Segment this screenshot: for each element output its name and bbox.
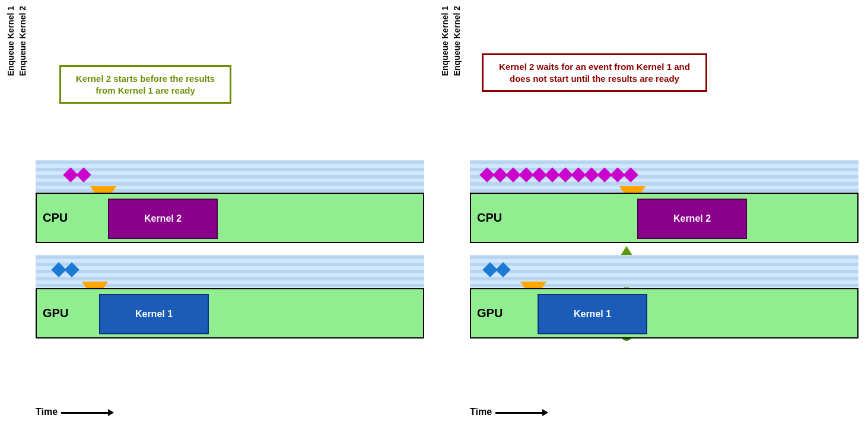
- enqueue-kernel1-label-left: Enqueue Kernel 1: [6, 6, 15, 76]
- cpu-row-right: CPU Kernel 2: [470, 193, 859, 243]
- diamond-purple-2: [76, 167, 91, 182]
- left-diagram: Enqueue Kernel 1 Enqueue Kernel 2 Kernel…: [0, 0, 434, 428]
- enqueue-kernel2-label-right: Enqueue Kernel 2: [452, 6, 462, 76]
- gpu-diamonds-right: [470, 255, 859, 275]
- enqueue-kernel1-label-right: Enqueue Kernel 1: [440, 6, 450, 76]
- r-bd2: [495, 262, 510, 277]
- cpu-label-right: CPU: [471, 211, 507, 225]
- kernel1-block-left: Kernel 1: [99, 294, 209, 334]
- kernel2-block-right: Kernel 2: [637, 199, 747, 239]
- kernel2-block-left: Kernel 2: [108, 199, 218, 239]
- gpu-label-left: GPU: [37, 306, 72, 320]
- enqueue-kernel2-label-left: Enqueue Kernel 2: [18, 6, 27, 76]
- cpu-diamonds-left: [36, 160, 424, 180]
- callout-right: Kernel 2 waits for an event from Kernel …: [482, 53, 707, 92]
- kernel1-block-right: Kernel 1: [538, 294, 647, 334]
- vertical-labels-right: Enqueue Kernel 1 Enqueue Kernel 2: [440, 6, 462, 76]
- gpu-diamonds-left: [36, 255, 424, 275]
- time-label-left: Time: [36, 407, 109, 417]
- cpu-row-left: CPU Kernel 2: [36, 193, 424, 243]
- right-diagram: Enqueue Kernel 1 Enqueue Kernel 2 Kernel…: [434, 0, 868, 428]
- cpu-queue-band-right: [470, 160, 859, 193]
- gpu-row-left: GPU Kernel 1: [36, 288, 424, 338]
- cpu-diamonds-right: [470, 160, 859, 180]
- vertical-labels-left: Enqueue Kernel 1 Enqueue Kernel 2: [6, 6, 27, 76]
- cpu-label-left: CPU: [37, 211, 72, 225]
- diamond-blue-2: [64, 262, 79, 277]
- gpu-row-right: GPU Kernel 1: [470, 288, 859, 338]
- time-label-right: Time: [470, 407, 543, 417]
- gpu-label-right: GPU: [471, 306, 507, 320]
- r-d12: [623, 167, 638, 182]
- callout-left: Kernel 2 starts before the results from …: [59, 65, 231, 104]
